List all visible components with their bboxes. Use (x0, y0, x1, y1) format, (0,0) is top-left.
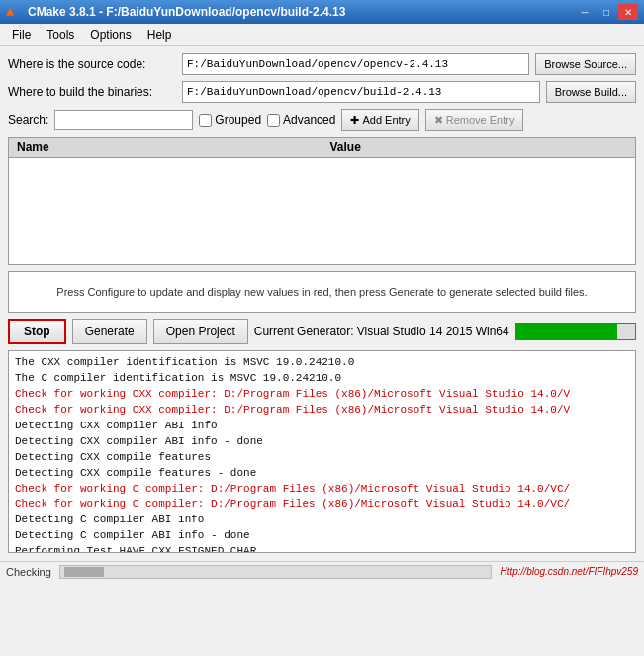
menu-tools[interactable]: Tools (39, 26, 82, 44)
advanced-checkbox-label[interactable]: Advanced (267, 113, 335, 127)
title-bar-text: CMake 3.8.1 - F:/BaiduYunDownload/opencv… (28, 5, 345, 19)
source-label: Where is the source code: (8, 57, 176, 71)
log-line: Check for working C compiler: D:/Program… (15, 482, 629, 498)
search-label: Search: (8, 113, 48, 127)
title-bar: ▲ CMake 3.8.1 - F:/BaiduYunDownload/open… (0, 0, 644, 24)
info-text: Press Configure to update and display ne… (56, 284, 587, 301)
remove-entry-label: Remove Entry (446, 114, 515, 126)
log-line: Detecting CXX compiler ABI info - done (15, 434, 629, 450)
app-icon: ▲ (6, 4, 22, 20)
maximize-button[interactable]: □ (597, 4, 616, 20)
log-area-wrapper[interactable]: The CXX compiler identification is MSVC … (8, 350, 636, 553)
progress-bar-fill (516, 324, 617, 339)
remove-icon: ✖ (434, 114, 443, 127)
scrollbar-thumb (64, 567, 104, 577)
build-label: Where to build the binaries: (8, 85, 176, 99)
title-bar-left: ▲ CMake 3.8.1 - F:/BaiduYunDownload/open… (6, 4, 345, 20)
close-button[interactable]: ✕ (618, 4, 638, 20)
source-input[interactable] (182, 53, 529, 75)
menu-help[interactable]: Help (139, 26, 180, 44)
menu-options[interactable]: Options (82, 26, 138, 44)
grouped-checkbox[interactable] (199, 114, 212, 127)
log-line: Detecting CXX compile features - done (15, 466, 629, 482)
action-bar: Stop Generate Open Project Current Gener… (8, 319, 636, 344)
log-line: Detecting C compiler ABI info (15, 513, 629, 528)
main-container: Where is the source code: Browse Source.… (0, 46, 644, 561)
open-project-button[interactable]: Open Project (153, 319, 248, 344)
horizontal-scrollbar[interactable] (59, 565, 493, 579)
log-line: The C compiler identification is MSVC 19… (15, 371, 629, 387)
grouped-label: Grouped (215, 113, 261, 127)
menu-bar: File Tools Options Help (0, 24, 644, 46)
info-text-area: Press Configure to update and display ne… (8, 271, 636, 313)
build-row: Where to build the binaries: Browse Buil… (8, 81, 636, 103)
log-line: Check for working CXX compiler: D:/Progr… (15, 403, 629, 419)
search-row: Search: Grouped Advanced ✚ Add Entry ✖ R… (8, 109, 636, 131)
title-bar-controls: ─ □ ✕ (575, 4, 638, 20)
log-line: Performing Test HAVE_CXX_FSIGNED_CHAR (15, 544, 629, 553)
table-area[interactable]: Name Value (8, 137, 636, 265)
generate-button[interactable]: Generate (72, 319, 147, 344)
minimize-button[interactable]: ─ (575, 4, 595, 20)
log-line: Detecting C compiler ABI info - done (15, 528, 629, 544)
log-area: The CXX compiler identification is MSVC … (9, 351, 635, 553)
browse-source-button[interactable]: Browse Source... (535, 53, 636, 75)
search-input[interactable] (54, 110, 193, 130)
log-line: The CXX compiler identification is MSVC … (15, 355, 629, 371)
watermark-text: Http://blog.csdn.net/FIFIhpv259 (500, 566, 638, 577)
table-header: Name Value (9, 138, 635, 158)
add-icon: ✚ (350, 114, 359, 127)
log-line: Check for working CXX compiler: D:/Progr… (15, 387, 629, 403)
advanced-label: Advanced (283, 113, 335, 127)
add-entry-button[interactable]: ✚ Add Entry (341, 109, 418, 131)
stop-button[interactable]: Stop (8, 319, 66, 344)
menu-file[interactable]: File (4, 26, 39, 44)
source-row: Where is the source code: Browse Source.… (8, 53, 636, 75)
advanced-checkbox[interactable] (267, 114, 280, 127)
browse-build-button[interactable]: Browse Build... (546, 81, 636, 103)
log-line: Detecting CXX compiler ABI info (15, 419, 629, 434)
table-col-name: Name (9, 138, 322, 157)
status-bar: Checking Http://blog.csdn.net/FIFIhpv259 (0, 561, 644, 581)
progress-bar (515, 323, 636, 340)
grouped-checkbox-label[interactable]: Grouped (199, 113, 261, 127)
log-line: Detecting CXX compile features (15, 450, 629, 466)
add-entry-label: Add Entry (362, 114, 410, 126)
generator-text: Current Generator: Visual Studio 14 2015… (254, 325, 509, 338)
build-input[interactable] (182, 81, 540, 103)
remove-entry-button[interactable]: ✖ Remove Entry (425, 109, 524, 131)
table-col-value: Value (322, 138, 636, 157)
status-checking: Checking (6, 566, 51, 578)
log-line: Check for working C compiler: D:/Program… (15, 497, 629, 513)
